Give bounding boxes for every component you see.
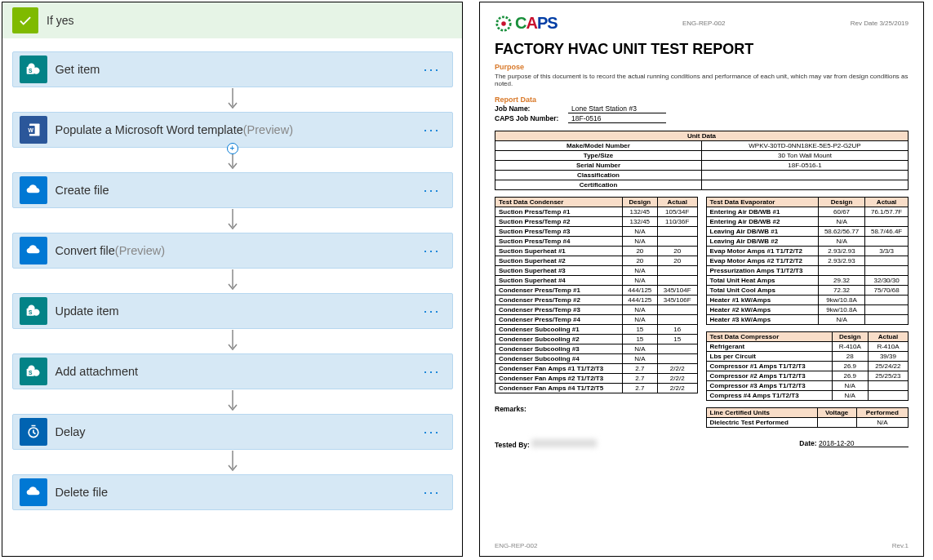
condenser-table: Test Data CondenserDesignActualSuction P… bbox=[495, 197, 698, 393]
row-actual: 20 bbox=[657, 247, 697, 256]
row-label: Suction Press/Temp #3 bbox=[495, 227, 623, 237]
flow-arrow[interactable] bbox=[228, 208, 238, 233]
row-design: 2.7 bbox=[622, 364, 657, 374]
flow-step-delete-file[interactable]: Delete file··· bbox=[12, 474, 453, 510]
step-menu-button[interactable]: ··· bbox=[418, 363, 445, 380]
unit-key: Make/Model Number bbox=[495, 141, 702, 151]
purpose-text: The purpose of this document is to recor… bbox=[495, 73, 909, 87]
step-menu-button[interactable]: ··· bbox=[418, 182, 445, 199]
row-label: Condenser Press/Temp #3 bbox=[495, 305, 623, 315]
table-row: Total Unit Cool Amps72.3275/70/68 bbox=[706, 286, 909, 296]
row-label: Leaving Air DB/WB #1 bbox=[706, 227, 818, 237]
flow-arrow[interactable] bbox=[228, 389, 238, 414]
test-title: Test Data Compressor bbox=[706, 332, 832, 342]
table-row: Heater #1 kW/Amps9kw/10.8A bbox=[706, 296, 909, 305]
row-design: 9kw/10.8A bbox=[818, 305, 864, 315]
row-design: N/A bbox=[818, 237, 864, 247]
step-menu-button[interactable]: ··· bbox=[418, 242, 445, 260]
unit-val: WPKV-30TD-0NN18KE-5E5-P2-G2UP bbox=[702, 141, 909, 151]
doc-rev-date: Rev Date 3/25/2019 bbox=[851, 20, 909, 27]
row-design: N/A bbox=[622, 266, 657, 276]
word-icon: W bbox=[20, 116, 47, 144]
flow-step-delay[interactable]: Delay··· bbox=[12, 414, 453, 450]
table-row: RefrigerantR-410AR-410A bbox=[706, 342, 909, 352]
row-actual: 2/2/2 bbox=[657, 384, 697, 393]
table-row: Compress #4 Amps T1/T2/T3N/A bbox=[706, 391, 909, 401]
step-menu-button[interactable]: ··· bbox=[418, 122, 445, 139]
step-label: Add attachment bbox=[56, 365, 139, 378]
onedrive-icon bbox=[20, 478, 47, 506]
row-design: N/A bbox=[622, 237, 657, 247]
test-title: Line Certified Units bbox=[706, 408, 817, 418]
flow-arrow[interactable] bbox=[228, 329, 238, 353]
row-design: 29.32 bbox=[818, 276, 864, 286]
row-label: Entering Air DB/WB #1 bbox=[706, 207, 818, 217]
row-design: N/A bbox=[622, 276, 657, 286]
row-label: Lbs per Circuit bbox=[706, 352, 832, 362]
row-actual bbox=[657, 344, 697, 354]
row-label: Suction Press/Temp #2 bbox=[495, 217, 623, 227]
compressor-table: Test Data CompressorDesignActualRefriger… bbox=[706, 331, 909, 401]
row-actual bbox=[865, 256, 909, 266]
line-cert-table: Line Certified UnitsVoltagePerformedDiel… bbox=[706, 407, 909, 428]
flow-arrow[interactable] bbox=[228, 450, 238, 474]
step-menu-button[interactable]: ··· bbox=[418, 484, 445, 501]
table-row: Lbs per Circuit2839/39 bbox=[706, 352, 909, 362]
row-label: Condenser Subcooling #1 bbox=[495, 325, 623, 335]
caps-logo: CAPS bbox=[495, 14, 558, 33]
test-col: Performed bbox=[856, 408, 908, 418]
flow-arrow[interactable] bbox=[228, 269, 238, 293]
row-actual bbox=[657, 266, 697, 276]
row-label: Total Unit Heat Amps bbox=[706, 276, 818, 286]
evaporator-table: Test Data EvaporatorDesignActualEntering… bbox=[706, 197, 909, 325]
flow-step-update-item[interactable]: SUpdate item··· bbox=[12, 293, 453, 329]
step-menu-button[interactable]: ··· bbox=[418, 303, 445, 320]
row-label: Suction Superheat #3 bbox=[495, 266, 623, 276]
unit-key: Serial Number bbox=[495, 161, 702, 171]
step-label: Populate a Microsoft Word template(Previ… bbox=[56, 123, 293, 136]
table-row: Heater #3 kW/AmpsN/A bbox=[706, 315, 909, 325]
row-actual: 32/30/30 bbox=[865, 276, 909, 286]
flow-step-add-attachment[interactable]: SAdd attachment··· bbox=[12, 353, 453, 389]
row-actual: 25/24/22 bbox=[868, 362, 908, 371]
flow-arrow[interactable]: + bbox=[228, 148, 238, 172]
row-design: 26.9 bbox=[832, 371, 868, 381]
row-actual bbox=[657, 237, 697, 247]
flow-step-create-file[interactable]: Create file··· bbox=[12, 172, 453, 208]
condition-header[interactable]: If yes bbox=[2, 2, 462, 38]
flow-arrow[interactable] bbox=[228, 87, 238, 112]
checkmark-icon bbox=[12, 7, 38, 33]
row-label: Dielectric Test Performed bbox=[706, 418, 817, 428]
report-value: Lone Start Station #3 bbox=[568, 104, 666, 113]
table-row: Suction Superheat #4N/A bbox=[495, 276, 698, 286]
onedrive-icon bbox=[20, 176, 47, 204]
svg-text:S: S bbox=[29, 309, 33, 315]
flow-step-convert-file[interactable]: Convert file(Preview)··· bbox=[12, 233, 453, 269]
row-label: Suction Press/Temp #1 bbox=[495, 207, 623, 217]
test-col: Voltage bbox=[817, 408, 856, 418]
row-label: Compressor #2 Amps T1/T2/T3 bbox=[706, 371, 832, 381]
table-row: Suction Press/Temp #4N/A bbox=[495, 237, 698, 247]
test-col: Design bbox=[818, 198, 864, 207]
step-menu-button[interactable]: ··· bbox=[418, 424, 445, 441]
row-actual bbox=[865, 266, 909, 276]
test-col: Design bbox=[622, 198, 657, 207]
add-step-icon[interactable]: + bbox=[227, 143, 238, 154]
row-label: Leaving Air DB/WB #2 bbox=[706, 237, 818, 247]
row-design: R-410A bbox=[832, 342, 868, 352]
row-design: N/A bbox=[622, 354, 657, 364]
row-label: Evap Motor Amps #1 T1/T2/T2 bbox=[706, 247, 818, 256]
step-label: Delay bbox=[56, 425, 86, 438]
table-row: Evap Motor Amps #2 T1/T2/T22.93/2.93 bbox=[706, 256, 909, 266]
step-label: Convert file(Preview) bbox=[56, 244, 166, 257]
report-data-heading: Report Data bbox=[495, 96, 909, 104]
row-design: N/A bbox=[832, 391, 868, 401]
unit-key: Certification bbox=[495, 180, 702, 190]
flow-step-get-item[interactable]: SGet item··· bbox=[12, 51, 453, 87]
doc-header: CAPS ENG-REP-002 Rev Date 3/25/2019 bbox=[495, 14, 909, 33]
row-label: Entering Air DB/WB #2 bbox=[706, 217, 818, 227]
row-label: Pressurization Amps T1/T2/T3 bbox=[706, 266, 818, 276]
step-menu-button[interactable]: ··· bbox=[418, 61, 445, 78]
row-actual: 345/106F bbox=[657, 296, 697, 305]
table-row: Condenser Fan Amps #2 T1/T2/T32.72/2/2 bbox=[495, 374, 698, 384]
